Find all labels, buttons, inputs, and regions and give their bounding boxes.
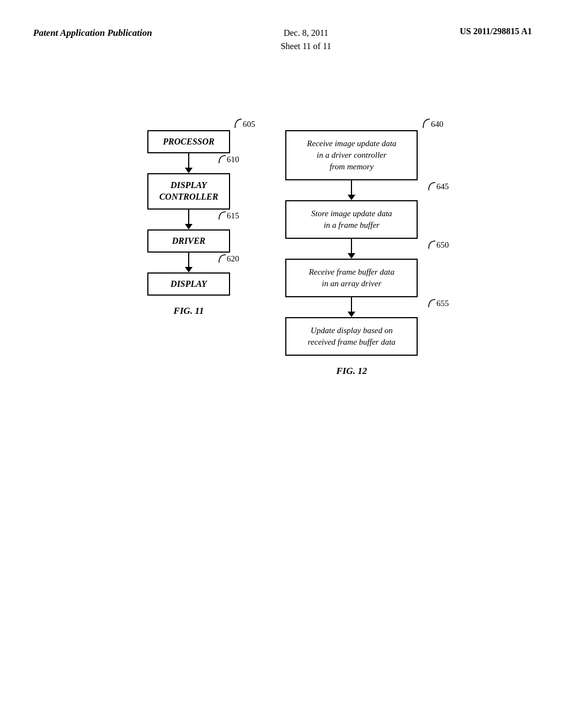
patent-page: Patent Application Publication Dec. 8, 2… <box>0 0 565 728</box>
ref-650: 650 <box>428 240 460 252</box>
ref-620: 620 <box>218 254 248 266</box>
box-655: Update display based on received frame b… <box>285 317 418 356</box>
svg-text:650: 650 <box>436 240 449 249</box>
svg-text:640: 640 <box>431 120 444 129</box>
header-left: Patent Application Publication <box>33 26 152 40</box>
header-sheet: Sheet 11 of 11 <box>281 40 332 53</box>
ref-645: 645 <box>428 181 460 194</box>
ref-610: 610 <box>218 154 248 167</box>
box-processor: PROCESSOR <box>147 130 230 153</box>
svg-text:655: 655 <box>436 299 449 308</box>
box-645: Store image update data in a frame buffe… <box>285 200 418 239</box>
arrow-1: 610 <box>185 153 193 173</box>
header-right: US 2011/298815 A1 <box>460 26 532 36</box>
header: Patent Application Publication Dec. 8, 2… <box>0 0 565 64</box>
svg-text:620: 620 <box>227 254 239 263</box>
box-display: DISPLAY <box>147 272 230 296</box>
fig12-container: 640 Receive image update data in a drive… <box>285 130 418 377</box>
header-date: Dec. 8, 2011 <box>281 26 332 40</box>
diagrams-row: 605 PROCESSOR 610 <box>0 130 565 377</box>
arrow-2: 615 <box>185 210 193 229</box>
box-650: Receive frame buffer data in an array dr… <box>285 259 418 297</box>
patent-number: US 2011/298815 A1 <box>460 26 532 36</box>
box-display-controller: DISPLAY CONTROLLER <box>147 173 231 210</box>
box-driver: DRIVER <box>147 229 230 253</box>
arrow-12-1: 645 <box>348 180 355 200</box>
arrow-12-3: 655 <box>348 297 355 317</box>
fig11-container: 605 PROCESSOR 610 <box>147 130 231 317</box>
svg-text:605: 605 <box>243 120 255 129</box>
box-640: Receive image update data in a driver co… <box>285 130 418 180</box>
ref-605: 605 <box>234 118 264 131</box>
ref-655: 655 <box>428 298 460 311</box>
ref-640: 640 <box>422 118 454 131</box>
svg-text:610: 610 <box>227 155 239 164</box>
fig11-caption: FIG. 11 <box>174 306 204 317</box>
svg-text:645: 645 <box>436 182 449 191</box>
header-center: Dec. 8, 2011 Sheet 11 of 11 <box>281 26 332 53</box>
fig11-diagram: 605 PROCESSOR 610 <box>147 130 231 296</box>
ref-615: 615 <box>218 211 248 223</box>
fig12-caption: FIG. 12 <box>336 366 367 377</box>
svg-text:615: 615 <box>227 211 239 220</box>
publication-label: Patent Application Publication <box>33 28 152 38</box>
arrow-3: 620 <box>185 253 193 272</box>
arrow-12-2: 650 <box>348 239 355 259</box>
fig12-diagram: 640 Receive image update data in a drive… <box>285 130 418 356</box>
